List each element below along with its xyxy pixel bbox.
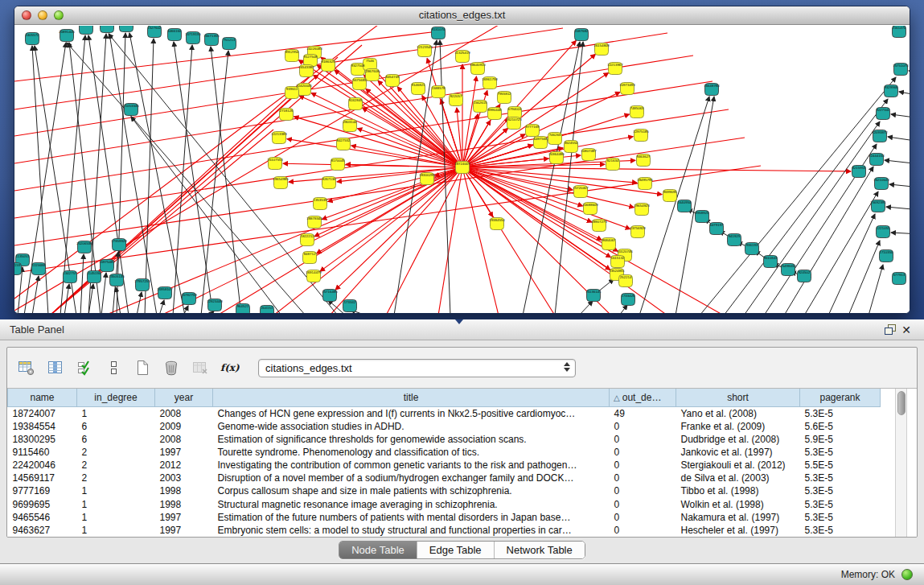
- graph-edge: [67, 43, 306, 314]
- column-header-short[interactable]: short: [676, 389, 800, 406]
- graph-edge: [299, 96, 462, 167]
- table-cell: 1: [77, 406, 155, 420]
- table-options-button[interactable]: [15, 357, 38, 378]
- table-row[interactable]: 1830029562008Estimation of significance …: [8, 433, 881, 446]
- table-cell: 1: [77, 497, 155, 510]
- graph-node-label: 6466160: [167, 29, 182, 33]
- table-cell: Franke et al. (2009): [676, 420, 800, 433]
- table-row[interactable]: 977716911998Corpus callosum shape and si…: [8, 484, 881, 497]
- table-row[interactable]: 2242004622012Investigating the contribut…: [8, 459, 881, 472]
- table-row[interactable]: 1872400712008Changes of HCN gene express…: [8, 406, 881, 420]
- graph-node-label: 9127508: [303, 55, 318, 59]
- graph-edge: [579, 301, 593, 314]
- graph-node-label: 9684067: [602, 238, 616, 242]
- graph-edge: [335, 167, 462, 290]
- column-header-in_degree[interactable]: in_degree: [77, 389, 155, 406]
- graph-edge: [804, 192, 878, 314]
- graph-node-label: 2087682: [574, 29, 589, 33]
- scrollbar-thumb[interactable]: [897, 391, 906, 415]
- table-cell: 49: [610, 406, 676, 420]
- table-cell: 2: [77, 446, 155, 459]
- column-header-pagerank[interactable]: pagerank: [800, 389, 881, 406]
- graph-node-label: 17359928: [111, 239, 127, 243]
- graph-node[interactable]: [120, 26, 133, 32]
- graph-node-label: 8267130: [322, 177, 336, 181]
- close-window-button[interactable]: [22, 10, 31, 20]
- graph-node-label: 1562615: [473, 101, 487, 105]
- graph-node[interactable]: [80, 26, 93, 35]
- float-panel-button[interactable]: [882, 323, 898, 337]
- delete-table-button[interactable]: [189, 357, 211, 378]
- table-row[interactable]: 1938455462009Genome-wide association stu…: [8, 420, 881, 433]
- vertical-scrollbar[interactable]: [895, 389, 907, 537]
- window-titlebar[interactable]: citations_edges.txt: [14, 6, 910, 25]
- tab-node-table[interactable]: Node Table: [339, 542, 417, 558]
- column-header-title[interactable]: title: [213, 389, 610, 406]
- graph-node-label: 1145194: [88, 271, 101, 275]
- graph-node-label: 12975185: [633, 130, 649, 134]
- table-cell: Jankovic et al. (1997): [676, 446, 800, 459]
- table-row[interactable]: 911546021997Tourette syndrome. Phenomeno…: [8, 446, 881, 459]
- graph-node-label: 9329966: [884, 85, 898, 89]
- column-header-out_de[interactable]: △out_de…: [610, 389, 676, 406]
- node-table-wrap: namein_degreeyeartitle△out_de…shortpager…: [7, 388, 917, 537]
- graph-node-label: 924502: [799, 270, 811, 274]
- new-column-button[interactable]: [131, 357, 154, 378]
- table-cell: 1: [77, 511, 155, 524]
- minimize-window-button[interactable]: [38, 10, 47, 20]
- table-cell: 0: [610, 420, 676, 433]
- graph-edge: [159, 300, 164, 314]
- table-cell: 9699695: [8, 497, 77, 510]
- table-row[interactable]: 1456911722003Disruption of a novel membe…: [8, 472, 881, 484]
- table-cell: 2003: [155, 472, 213, 484]
- delete-column-button[interactable]: [160, 357, 183, 378]
- graph-node-label: 15720407: [573, 186, 589, 190]
- zoom-window-button[interactable]: [54, 10, 64, 20]
- tab-edge-table[interactable]: Edge Table: [417, 542, 494, 558]
- table-cell: Estimation of significance thresholds fo…: [213, 433, 610, 446]
- graph-node-label: 2405572: [25, 33, 39, 37]
- graph-node-label: 1640954: [677, 200, 692, 204]
- graph-node-label: 936193: [746, 243, 758, 247]
- row-height-button[interactable]: [102, 357, 125, 378]
- function-builder-icon: f(x): [219, 360, 240, 376]
- table-cell: 5.3E-5: [800, 484, 881, 497]
- table-cell: 2: [77, 472, 155, 484]
- close-panel-button[interactable]: ✕: [898, 323, 914, 337]
- graph-node-label: 2161474: [892, 26, 906, 30]
- tab-network-table[interactable]: Network Table: [494, 542, 585, 558]
- table-cell: Stergiakouli et al. (2012): [676, 459, 800, 472]
- column-header-year[interactable]: year: [155, 389, 213, 406]
- table-cell: de Silva et al. (2003): [676, 472, 800, 484]
- table-cell: Structural magnetic resonance image aver…: [213, 497, 610, 510]
- graph-node-label: 5675685: [352, 78, 367, 82]
- network-window[interactable]: citations_edges.txt 18724007183002958912…: [14, 6, 910, 314]
- table-cell: Yano et al. (2008): [676, 406, 800, 420]
- graph-node[interactable]: [101, 26, 114, 33]
- table-row[interactable]: 946554611997Estimation of the future num…: [8, 511, 881, 524]
- column-header-name[interactable]: name: [8, 389, 77, 406]
- table-cell: 6: [77, 433, 155, 446]
- graph-node-label: 10807487: [581, 149, 597, 153]
- table-cell: 0: [610, 484, 676, 497]
- table-cell: 9465546: [8, 511, 77, 524]
- graph-edge: [101, 273, 106, 314]
- table-select-dropdown[interactable]: citations_edges.txt: [258, 359, 576, 377]
- graph-node-label: 11325419: [454, 51, 470, 55]
- table-panel-title: Table Panel: [10, 323, 64, 336]
- pane-splitter-grip[interactable]: [455, 319, 463, 324]
- network-canvas[interactable]: 1872400718300295891295414226083912750881…: [14, 26, 910, 313]
- graph-edge: [888, 137, 910, 142]
- graph-edge: [909, 71, 910, 73]
- network-canvas-svg[interactable]: 1872400718300295891295414226083912750881…: [14, 26, 910, 314]
- graph-edge: [32, 276, 39, 314]
- column-visibility-button[interactable]: [44, 357, 67, 378]
- table-row[interactable]: 946362711997Embryonic stem cells: a mode…: [8, 524, 881, 537]
- function-builder-button[interactable]: f(x): [218, 357, 240, 378]
- graph-node-label: 9699695: [663, 190, 677, 194]
- row-selection-button[interactable]: [73, 357, 96, 378]
- graph-edge: [889, 184, 910, 187]
- graph-node-label: 9327508: [351, 64, 365, 68]
- table-row[interactable]: 969969511998Structural magnetic resonanc…: [8, 497, 881, 510]
- graph-node-label: 18640910: [470, 63, 486, 67]
